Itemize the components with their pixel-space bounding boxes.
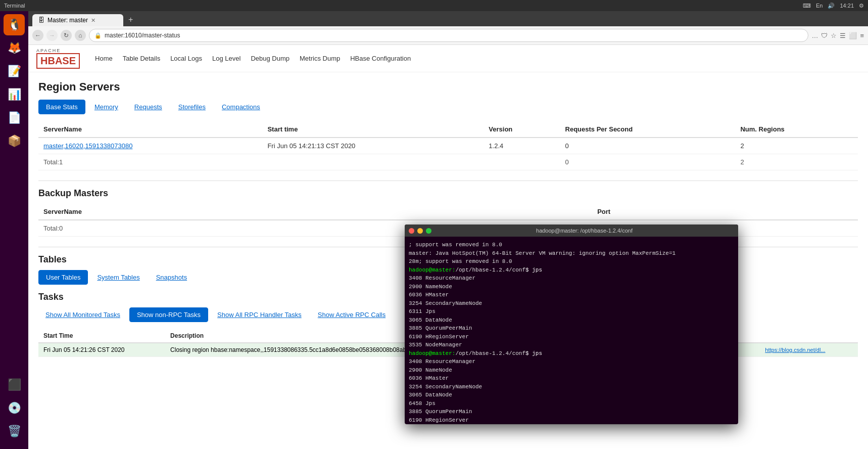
term-line-10: 3885 QuorumPeerMain xyxy=(409,324,734,333)
sidebar-icon-trash[interactable]: 🗑️ xyxy=(4,421,25,442)
sidebar-icon-package[interactable]: 📦 xyxy=(4,130,25,152)
nav-table-details[interactable]: Table Details xyxy=(123,55,160,62)
menu-icon[interactable]: ≡ xyxy=(860,32,864,39)
apache-text: APACHE xyxy=(36,48,80,53)
sidebar-icon-terminal[interactable]: ⬛ xyxy=(4,374,25,395)
toolbar-right: … 🛡 ☆ ☰ ⬜ ≡ xyxy=(811,32,864,39)
terminal-maximize-btn[interactable] xyxy=(426,228,431,234)
browser-tab-master[interactable]: 🗄 Master: master ✕ xyxy=(32,14,123,26)
term-line-9: 3065 DataNode xyxy=(409,316,734,325)
backup-col-server: ServerName xyxy=(38,204,592,220)
term-line-18: 6458 Jps xyxy=(409,399,734,408)
nav-home[interactable]: Home xyxy=(95,55,113,62)
tab-snapshots[interactable]: Snapshots xyxy=(149,270,194,285)
sidebar-icon-spreadsheet[interactable]: 📊 xyxy=(4,84,25,105)
terminal-titlebar: hadoop@master: /opt/hbase-1.2.4/conf xyxy=(405,224,738,237)
spreadsheet-icon: 📊 xyxy=(8,88,21,101)
prompt-span-2: hadoop@master: xyxy=(409,350,455,356)
table-row: master,16020,1591338073080 Fri Jun 05 14… xyxy=(38,138,858,154)
url-display: master:16010/master-status xyxy=(105,32,180,39)
browser-icon: 🦊 xyxy=(8,41,21,55)
sidebar-icon-texteditor[interactable]: 📝 xyxy=(4,61,25,82)
new-tab-button[interactable]: + xyxy=(124,13,137,26)
cmd-2: $ jps xyxy=(525,350,542,356)
region-server-tabs: Base Stats Memory Requests Storefiles Co… xyxy=(38,100,858,114)
col-server-name: ServerName xyxy=(38,121,262,138)
terminal-close-btn[interactable] xyxy=(409,228,414,234)
star-icon[interactable]: ☆ xyxy=(831,32,837,39)
bookmark-icon[interactable]: 🛡 xyxy=(821,32,828,39)
term-line-2: master: Java HotSpot(TM) 64-Bit Server V… xyxy=(409,249,734,258)
term-line-16: 3254 SecondaryNameNode xyxy=(409,383,734,391)
tab-requests[interactable]: Requests xyxy=(127,100,169,114)
settings-icon[interactable]: ⚙ xyxy=(859,3,864,9)
start-time-cell: Fri Jun 05 14:21:13 CST 2020 xyxy=(262,138,484,154)
show-all-rpc-btn[interactable]: Show All RPC Handler Tasks xyxy=(210,307,309,322)
backup-masters-title: Backup Masters xyxy=(38,188,858,199)
sidebar-icon-document[interactable]: 📄 xyxy=(4,107,25,128)
address-bar[interactable]: 🔒 master:16010/master-status xyxy=(89,29,808,42)
task-link[interactable]: https://blog.csdn.net/dl... xyxy=(760,343,858,357)
trash-icon: 🗑️ xyxy=(8,425,21,438)
texteditor-icon: 📝 xyxy=(8,65,21,78)
term-line-8: 6311 Jps xyxy=(409,307,734,316)
document-icon: 📄 xyxy=(8,111,21,124)
prompt-span-1: hadoop@master: xyxy=(409,267,455,273)
tab-compactions[interactable]: Compactions xyxy=(215,100,267,114)
hbase-logo: APACHE HBASE xyxy=(36,48,80,69)
sidebar-icon-browser[interactable]: 🦊 xyxy=(4,37,25,59)
more-icon[interactable]: … xyxy=(811,32,818,39)
sidebar-icon-ubuntu[interactable]: 🐧 xyxy=(4,14,25,35)
total-label: Total:1 xyxy=(38,154,262,170)
reader-view-icon[interactable]: ☰ xyxy=(840,32,846,39)
task-start-time: Fri Jun 05 14:21:26 CST 2020 xyxy=(38,343,165,357)
taskbar-right: ⌨ En 🔊 14:21 ⚙ xyxy=(803,3,864,9)
col-rps: Requests Per Second xyxy=(560,121,736,138)
term-prompt-2: hadoop@master:/opt/hbase-1.2.4/conf$ jps xyxy=(409,349,734,358)
lang-badge: En xyxy=(816,3,823,9)
os-sidebar: 🐧 🦊 📝 📊 📄 📦 ⬛ 💿 🗑️ xyxy=(0,11,28,449)
total-start xyxy=(262,154,484,170)
refresh-button[interactable]: ↻ xyxy=(61,30,72,41)
total-rps: 0 xyxy=(560,154,736,170)
tab-title: Master: master xyxy=(47,17,88,24)
terminal-window: hadoop@master: /opt/hbase-1.2.4/conf ; s… xyxy=(405,224,738,424)
total-num-regions: 2 xyxy=(735,154,858,170)
tab-close-button[interactable]: ✕ xyxy=(91,17,95,24)
tab-system-tables[interactable]: System Tables xyxy=(90,270,147,285)
home-button[interactable]: ⌂ xyxy=(75,30,86,41)
prompt-path-1: /opt/hbase-1.2.4/conf xyxy=(455,267,525,273)
tab-favicon: 🗄 xyxy=(38,17,44,24)
sidebar-icon-dvd[interactable]: 💿 xyxy=(4,397,25,419)
prompt-path-2: /opt/hbase-1.2.4/conf xyxy=(455,350,525,356)
tab-storefiles[interactable]: Storefiles xyxy=(171,100,213,114)
term-line-11: 6190 HRegionServer xyxy=(409,333,734,341)
ubuntu-icon: 🐧 xyxy=(8,18,21,31)
nav-log-level[interactable]: Log Level xyxy=(212,55,240,62)
terminal-minimize-btn[interactable] xyxy=(417,228,423,234)
page-content: APACHE HBASE Home Table Details Local Lo… xyxy=(28,45,868,449)
nav-local-logs[interactable]: Local Logs xyxy=(170,55,202,62)
volume-icon[interactable]: 🔊 xyxy=(828,3,835,9)
os-title: Terminal xyxy=(4,3,25,9)
tab-user-tables[interactable]: User Tables xyxy=(38,270,88,285)
keyboard-icon[interactable]: ⌨ xyxy=(803,3,811,9)
browser-area: 🗄 Master: master ✕ + ← → ↻ ⌂ 🔒 master:16… xyxy=(28,11,868,449)
back-button[interactable]: ← xyxy=(32,30,43,41)
terminal-body[interactable]: ; support was removed in 8.0 master: Jav… xyxy=(405,237,738,424)
task-col-start: Start Time xyxy=(38,329,165,343)
forward-button[interactable]: → xyxy=(46,30,58,41)
show-all-monitored-btn[interactable]: Show All Monitored Tasks xyxy=(38,307,127,322)
term-line-4: 3408 ResourceManager xyxy=(409,274,734,283)
show-non-rpc-btn[interactable]: Show non-RPC Tasks xyxy=(129,307,208,322)
show-active-rpc-btn[interactable]: Show Active RPC Calls xyxy=(311,307,393,322)
tab-base-stats[interactable]: Base Stats xyxy=(38,100,85,114)
tab-memory[interactable]: Memory xyxy=(87,100,125,114)
nav-metrics-dump[interactable]: Metrics Dump xyxy=(300,55,340,62)
nav-hbase-config[interactable]: HBase Configuration xyxy=(350,55,411,62)
nav-debug-dump[interactable]: Debug Dump xyxy=(251,55,290,62)
split-view-icon[interactable]: ⬜ xyxy=(849,32,857,39)
term-line-13: 3408 ResourceManager xyxy=(409,357,734,366)
term-line-6: 6036 HMaster xyxy=(409,291,734,299)
server-link[interactable]: master,16020,1591338073080 xyxy=(38,138,262,154)
